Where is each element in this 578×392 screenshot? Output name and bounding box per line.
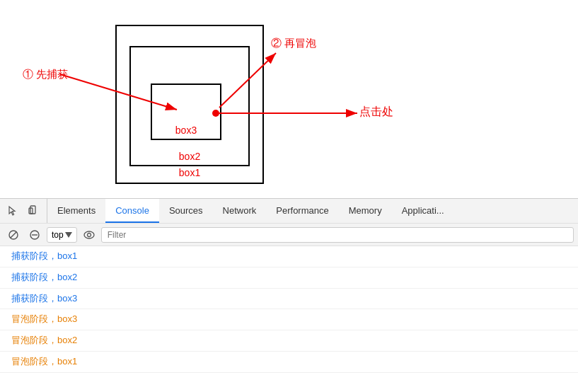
- devtools-tabbar: Elements Console Sources Network Perform…: [0, 198, 578, 224]
- devtools-panel: Elements Console Sources Network Perform…: [0, 198, 578, 392]
- click-point-dot: [212, 110, 219, 117]
- tab-network[interactable]: Network: [213, 199, 267, 223]
- log-entry: 冒泡阶段，box3: [0, 309, 578, 330]
- log-entry: 冒泡阶段，box1: [0, 352, 578, 373]
- block-icon[interactable]: [25, 226, 44, 244]
- box2-label: box2: [179, 151, 200, 162]
- chevron-down-icon: [65, 232, 72, 238]
- annotation2-text: 再冒泡: [284, 37, 316, 49]
- annotation1-text: 先捕获: [36, 68, 68, 80]
- log-entry: 捕获阶段，box1: [0, 246, 578, 267]
- toolbar-left-icons: [0, 199, 47, 223]
- log-entry: 捕获阶段，box3: [0, 289, 578, 310]
- top-label: top: [52, 230, 64, 240]
- log-entry: 冒泡阶段，box2: [0, 330, 578, 352]
- log-entry: 捕获阶段，box2: [0, 267, 578, 289]
- arrows-svg: [0, 0, 578, 198]
- tab-sources[interactable]: Sources: [159, 199, 213, 223]
- devtools-tabs: Elements Console Sources Network Perform…: [47, 199, 578, 223]
- click-label: 点击处: [359, 105, 393, 120]
- clear-console-icon[interactable]: [4, 226, 23, 244]
- filter-input[interactable]: [101, 227, 574, 243]
- inspect-icon[interactable]: [3, 201, 23, 221]
- annotation1-num: ①: [23, 68, 33, 80]
- tab-elements[interactable]: Elements: [47, 199, 105, 223]
- box3-label: box3: [175, 125, 197, 136]
- annotation1: ① 先捕获: [23, 68, 68, 81]
- svg-marker-10: [65, 232, 72, 238]
- svg-point-12: [87, 233, 91, 236]
- eye-icon[interactable]: [80, 226, 98, 244]
- tab-performance[interactable]: Performance: [266, 199, 338, 223]
- svg-point-11: [84, 231, 94, 238]
- tab-console[interactable]: Console: [105, 199, 159, 223]
- svg-line-7: [11, 231, 17, 238]
- annotation2: ② 再冒泡: [271, 37, 316, 50]
- device-icon[interactable]: [24, 201, 44, 221]
- diagram-area: box1 box2 box3 ① 先捕获 ② 再冒泡 点击处: [0, 0, 578, 198]
- console-toolbar: top: [0, 224, 578, 246]
- top-context-select[interactable]: top: [47, 227, 77, 243]
- tab-application[interactable]: Applicati...: [392, 199, 454, 223]
- annotation2-num: ②: [271, 37, 282, 49]
- box1-label: box1: [179, 167, 200, 178]
- tab-memory[interactable]: Memory: [339, 199, 392, 223]
- console-log: 捕获阶段，box1 捕获阶段，box2 捕获阶段，box3 冒泡阶段，box3 …: [0, 246, 578, 392]
- box3-element: box3: [151, 83, 221, 140]
